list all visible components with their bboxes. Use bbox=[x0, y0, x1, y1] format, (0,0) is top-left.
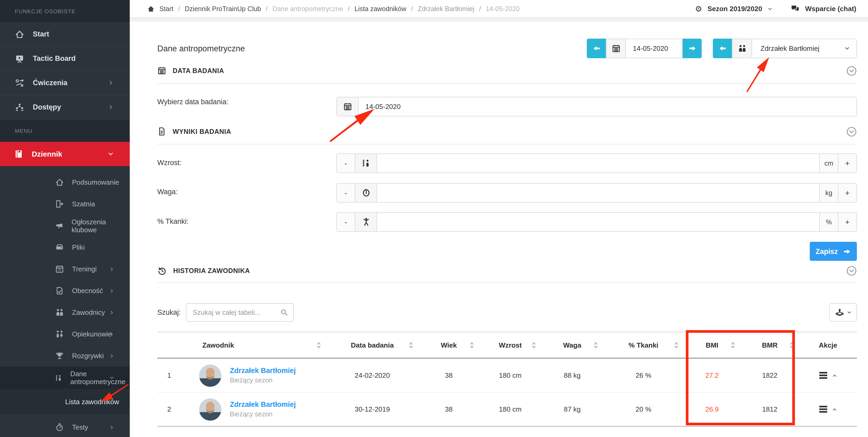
document-icon bbox=[157, 127, 166, 136]
submenu-item-podsumowanie[interactable]: Podsumowanie bbox=[0, 171, 130, 193]
sort-icon[interactable] bbox=[789, 341, 794, 348]
chevron-down-icon[interactable] bbox=[767, 6, 773, 11]
sort-icon[interactable] bbox=[409, 341, 413, 348]
header-label: Zawodnik bbox=[202, 341, 234, 349]
section-title: HISTORIA ZAWODNIKA bbox=[173, 267, 250, 275]
header-label: Akcje bbox=[819, 341, 837, 349]
date-nav-value[interactable]: 14-05-2020 bbox=[626, 39, 683, 58]
chevron-right-icon bbox=[109, 310, 114, 315]
header-bmi[interactable]: BMI bbox=[684, 332, 740, 358]
sort-icon[interactable] bbox=[317, 341, 321, 348]
header-bmr[interactable]: BMR bbox=[740, 332, 799, 358]
breadcrumb-dane-antropometryczne[interactable]: Dane antropometryczne bbox=[273, 5, 343, 12]
decrement-button[interactable]: - bbox=[337, 154, 355, 172]
collapse-section-icon[interactable] bbox=[846, 127, 857, 137]
save-button[interactable]: Zapisz bbox=[810, 242, 857, 261]
section-divider bbox=[157, 144, 857, 144]
cell-height: 180 cm bbox=[479, 371, 541, 379]
breadcrumb-dziennik-club[interactable]: Dziennik ProTrainUp Club bbox=[185, 5, 261, 12]
submenu-item-pliki[interactable]: Pliki bbox=[0, 236, 130, 258]
date-field-label: Wybierz data badania: bbox=[157, 98, 228, 106]
collapse-section-icon[interactable] bbox=[846, 266, 857, 276]
submenu-item-label: Obecność bbox=[72, 287, 103, 295]
calendar-icon-cell bbox=[606, 39, 626, 58]
submenu-item-rozgrywki[interactable]: Rozgrywki bbox=[0, 345, 130, 367]
submenu-item-ogloszenia[interactable]: Ogłoszenia klubowe bbox=[0, 215, 130, 236]
actions-menu-icon[interactable] bbox=[819, 372, 827, 379]
avatar-photo bbox=[199, 398, 221, 420]
sort-icon[interactable] bbox=[731, 341, 735, 348]
sidebar-item-start[interactable]: Start bbox=[0, 22, 130, 46]
cell-weight: 87 kg bbox=[541, 405, 603, 413]
increment-button[interactable]: + bbox=[838, 154, 856, 172]
submenu-item-szatnia[interactable]: Szatnia bbox=[0, 193, 130, 215]
support-chat-link[interactable]: Wsparcie (chat) bbox=[805, 5, 856, 13]
sort-icon[interactable] bbox=[674, 341, 678, 348]
breadcrumb-start[interactable]: Start bbox=[159, 5, 174, 12]
weight-input[interactable] bbox=[377, 183, 819, 202]
history-icon bbox=[157, 266, 167, 276]
chevron-up-icon[interactable] bbox=[832, 373, 837, 378]
submenu-item-label: Pliki bbox=[72, 243, 85, 251]
strategy-icon bbox=[15, 78, 24, 88]
submenu-item-lista-zawodnikow[interactable]: Lista zawodników bbox=[0, 389, 130, 414]
submenu-item-opiekunowie[interactable]: Opiekunowie bbox=[0, 323, 130, 345]
header-waga[interactable]: Waga bbox=[541, 332, 603, 358]
sidebar-item-tactic-board[interactable]: Tactic Board bbox=[0, 46, 130, 71]
fat-input[interactable] bbox=[377, 213, 819, 231]
increment-button[interactable]: + bbox=[838, 183, 856, 202]
breadcrumb-player[interactable]: Zdrzałek Bartłomiej bbox=[418, 5, 474, 12]
actions-menu-icon[interactable] bbox=[819, 406, 827, 413]
submenu-item-label: Treningi bbox=[72, 265, 97, 273]
sidebar-item-dostepy[interactable]: Dostępy bbox=[0, 95, 130, 120]
sidebar-item-label: Dostępy bbox=[33, 103, 61, 111]
cell-bmi: 27.2 bbox=[684, 371, 740, 379]
player-select[interactable]: Zdrzałek Bartłomiej bbox=[752, 39, 857, 58]
chevron-up-icon[interactable] bbox=[832, 407, 837, 412]
megaphone-icon bbox=[55, 221, 64, 230]
decrement-button[interactable]: - bbox=[337, 183, 355, 202]
prev-date-button[interactable] bbox=[587, 39, 606, 58]
decrement-button[interactable]: - bbox=[337, 213, 355, 231]
search-input[interactable] bbox=[186, 308, 280, 317]
header-index bbox=[157, 332, 181, 358]
export-button[interactable] bbox=[829, 303, 857, 322]
header-data-badania[interactable]: Data badania bbox=[326, 332, 418, 358]
cell-fat: 26 % bbox=[603, 371, 684, 379]
sort-icon[interactable] bbox=[532, 341, 536, 348]
header-wiek[interactable]: Wiek bbox=[418, 332, 479, 358]
cell-date: 24-02-2020 bbox=[326, 371, 418, 379]
header-tkanki[interactable]: % Tkanki bbox=[603, 332, 684, 358]
breadcrumb-lista-zawodnikow[interactable]: Lista zawodników bbox=[354, 5, 406, 12]
page-title: Dane antropometryczne bbox=[157, 44, 245, 54]
sort-icon[interactable] bbox=[594, 341, 598, 348]
submenu-item-obecnosc[interactable]: Obecność bbox=[0, 280, 130, 302]
exam-date-input[interactable] bbox=[359, 97, 856, 116]
submenu-item-dane-antropometryczne[interactable]: Dane antropometryczne bbox=[0, 367, 130, 389]
prev-player-button[interactable] bbox=[713, 39, 732, 58]
sidebar-item-dziennik[interactable]: Dziennik bbox=[0, 142, 130, 166]
submenu-item-testy[interactable]: Testy bbox=[0, 416, 130, 437]
calendar-icon bbox=[612, 44, 620, 53]
header-label: Wzrost bbox=[499, 341, 522, 349]
weight-field-label: Waga: bbox=[157, 188, 178, 196]
submenu-item-zawodnicy[interactable]: Zawodnicy bbox=[0, 302, 130, 323]
height-measure-icon bbox=[362, 159, 370, 168]
player-name-link[interactable]: Zdrzałek Bartłomiej bbox=[230, 367, 296, 375]
submenu-item-treningi[interactable]: Treningi bbox=[0, 258, 130, 280]
section-divider bbox=[157, 83, 857, 83]
player-name-link[interactable]: Zdrzałek Bartłomiej bbox=[230, 401, 296, 408]
increment-button[interactable]: + bbox=[838, 213, 856, 231]
collapse-section-icon[interactable] bbox=[846, 66, 857, 76]
body-fat-icon bbox=[362, 217, 370, 227]
sort-icon[interactable] bbox=[470, 341, 474, 348]
season-selector[interactable]: Sezon 2019/2020 bbox=[708, 5, 762, 13]
header-zawodnik[interactable]: Zawodnik bbox=[181, 332, 326, 358]
next-date-button[interactable] bbox=[683, 39, 702, 58]
submenu-item-label: Ogłoszenia klubowe bbox=[71, 218, 130, 234]
sidebar: FUNKCJE OSOBISTE Start Tactic Board Ćwic… bbox=[0, 0, 130, 437]
sidebar-item-cwiczenia[interactable]: Ćwiczenia bbox=[0, 71, 130, 95]
header-wzrost[interactable]: Wzrost bbox=[479, 332, 541, 358]
cell-bmr: 1822 bbox=[740, 371, 799, 379]
height-input[interactable] bbox=[377, 154, 819, 172]
